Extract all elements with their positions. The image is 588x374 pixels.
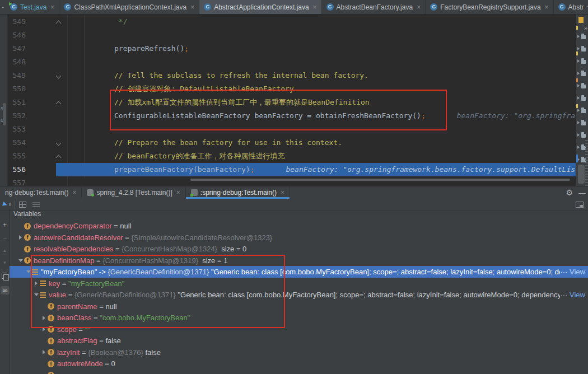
move-up-icon[interactable]: ▲ — [0, 248, 10, 253]
scrollbar-thumb[interactable] — [578, 165, 585, 184]
expand-arrow-icon[interactable] — [32, 293, 40, 296]
variable-row-resolvableDependencies[interactable]: fresolvableDependencies = {ConcurrentHas… — [10, 243, 588, 255]
line-number[interactable]: 552 — [8, 109, 26, 123]
expand-arrow-icon[interactable] — [40, 350, 48, 354]
variable-row-lazyInit[interactable]: flazyInit = {Boolean@1376} false — [10, 347, 588, 358]
variable-row-abstractFlag[interactable]: fabstractFlag = false — [10, 335, 588, 347]
evaluate-watches-icon[interactable]: ∞ — [1, 286, 10, 294]
expand-arrow-icon[interactable] — [577, 121, 580, 124]
variable-row-myFactoryBean[interactable]: "myFactoryBean" -> {GenericBeanDefinitio… — [10, 266, 588, 278]
code-line-551[interactable]: 551// 加载xml配置文件的属性值到当前工厂中，最重要的就是BeanDefi… — [0, 96, 576, 109]
editor-tab-AbstractBeanFactory.java[interactable]: CAbstractBeanFactory.java× — [322, 0, 426, 14]
code-line-556[interactable]: 556prepareBeanFactory(beanFactory);beanF… — [0, 163, 576, 176]
variable-row-autowireCandidateResolver[interactable]: fautowireCandidateResolver = {SimpleAuto… — [10, 232, 588, 244]
code-line-557[interactable]: 557 — [0, 176, 576, 186]
variable-row-value[interactable]: value = {GenericBeanDefinition@1371} "Ge… — [10, 289, 588, 301]
tree-node[interactable] — [577, 69, 586, 77]
tree-node[interactable] — [577, 131, 586, 139]
line-number[interactable]: 548 — [8, 55, 26, 69]
tree-node[interactable] — [577, 82, 586, 90]
editor-tab-AbstractApplicationContext.java[interactable]: CAbstractApplicationContext.java× — [199, 0, 321, 14]
line-number[interactable]: 554 — [8, 136, 26, 149]
expand-arrow-icon[interactable] — [40, 316, 48, 320]
editor-tab-Test.java[interactable]: CTest.java× — [6, 0, 59, 14]
variable-row-dependencyComparator[interactable]: fdependencyComparator = null — [10, 220, 588, 232]
code-line-546[interactable]: 546 — [0, 29, 576, 42]
editor-tab-Abstr[interactable]: CAbstr — [554, 0, 588, 14]
tree-node[interactable] — [577, 106, 586, 114]
expand-arrow-icon[interactable] — [577, 133, 580, 137]
debug-tab-:spring-debug:Test.main()[interactable]: :spring-debug:Test.main()× — [186, 186, 290, 199]
line-number[interactable]: 545 — [8, 15, 26, 29]
code-line-550[interactable]: 550// 创建容器对象: DefaultListableBeanFactory — [0, 82, 576, 96]
tree-node[interactable] — [577, 45, 586, 53]
close-icon[interactable]: × — [176, 189, 180, 197]
more-tabs-icon[interactable]: » — [584, 25, 587, 31]
line-number[interactable]: 549 — [8, 69, 26, 82]
variable-row-partial[interactable]: f — [10, 370, 588, 374]
expand-arrow-icon[interactable] — [577, 47, 580, 50]
show-execution-point-icon[interactable]: I — [3, 202, 12, 208]
frames-view-icon[interactable] — [19, 202, 26, 208]
line-number[interactable]: 546 — [8, 29, 26, 42]
line-number[interactable]: 557 — [8, 176, 26, 186]
line-number[interactable]: 551 — [8, 96, 26, 109]
editor-tab-ClassPathXmlApplicationContext.java[interactable]: CClassPathXmlApplicationContext.java× — [59, 0, 199, 14]
fold-marker-icon[interactable] — [56, 73, 62, 79]
fold-marker-icon[interactable] — [56, 21, 62, 26]
code-line-549[interactable]: 549// Tell the subclass to refresh the i… — [0, 69, 576, 82]
line-number[interactable]: 550 — [8, 82, 26, 96]
code-line-553[interactable]: 553 — [0, 123, 576, 136]
expand-arrow-icon[interactable] — [17, 259, 24, 262]
tree-node[interactable] — [577, 57, 586, 65]
tree-node[interactable] — [577, 32, 586, 40]
variable-row-beanDefinitionMap[interactable]: fbeanDefinitionMap = {ConcurrentHashMap@… — [10, 255, 588, 267]
tree-node[interactable] — [577, 119, 586, 127]
debug-tab-spring_4.2.8 [Test.main()][interactable]: spring_4.2.8 [Test.main()]× — [82, 186, 185, 199]
expand-arrow-icon[interactable] — [577, 84, 580, 87]
expand-arrow-icon[interactable] — [577, 146, 580, 149]
fold-marker-icon[interactable] — [56, 101, 62, 107]
close-icon[interactable]: × — [50, 3, 54, 11]
view-options-icon[interactable] — [32, 202, 40, 207]
close-icon[interactable]: × — [417, 3, 421, 11]
editor-tab-FactoryBeanRegistrySupport.java[interactable]: CFactoryBeanRegistrySupport.java× — [426, 0, 553, 14]
layout-settings-icon[interactable] — [576, 202, 584, 208]
fold-marker-icon[interactable] — [56, 155, 62, 161]
gear-icon[interactable]: ⚙ — [566, 189, 573, 197]
expand-arrow-icon[interactable] — [577, 109, 580, 112]
close-icon[interactable]: × — [313, 3, 317, 11]
close-icon[interactable]: × — [72, 189, 76, 197]
expand-arrow-icon[interactable] — [577, 96, 580, 100]
tree-node[interactable] — [577, 143, 586, 151]
horizontal-scrollbar[interactable] — [190, 179, 570, 181]
remove-watch-icon[interactable]: − — [0, 235, 10, 242]
view-link[interactable]: View — [570, 268, 585, 276]
variable-row-beanClass[interactable]: fbeanClass = "com.bobo.MyFactoryBean" — [10, 312, 588, 324]
variable-row-parentName[interactable]: fparentName = null — [10, 301, 588, 312]
expand-arrow-icon[interactable] — [25, 270, 32, 273]
add-watch-icon[interactable]: + — [0, 221, 10, 229]
code-line-545[interactable]: 545 */ — [0, 15, 576, 29]
variable-row-key[interactable]: key = "myFactoryBean" — [10, 278, 588, 289]
line-number[interactable]: 556 — [8, 163, 26, 176]
move-down-icon[interactable]: ▼ — [0, 260, 10, 265]
expand-arrow-icon[interactable] — [577, 59, 580, 63]
code-line-554[interactable]: 554// Prepare the bean factory for use i… — [0, 136, 576, 149]
expand-arrow-icon[interactable] — [577, 72, 580, 75]
expand-arrow-icon[interactable] — [577, 35, 580, 38]
minimize-icon[interactable]: — — [578, 189, 586, 197]
copy-icon[interactable] — [2, 273, 7, 279]
expand-arrow-icon[interactable] — [17, 235, 24, 240]
close-icon[interactable]: × — [190, 3, 194, 11]
line-number[interactable]: 547 — [8, 42, 26, 55]
variable-row-scope[interactable]: fscope = "" — [10, 324, 588, 335]
line-number[interactable]: 555 — [8, 149, 26, 163]
code-line-552[interactable]: 552ConfigurableListableBeanFactory beanF… — [0, 109, 576, 123]
close-icon[interactable]: × — [545, 3, 549, 11]
expand-arrow-icon[interactable] — [32, 281, 40, 286]
tree-node[interactable] — [577, 94, 586, 102]
debug-tab-ng-debug:Test.main()[interactable]: ng-debug:Test.main()× — [0, 186, 82, 199]
code-line-548[interactable]: 548 — [0, 55, 576, 69]
code-line-547[interactable]: 547prepareRefresh(); — [0, 42, 576, 55]
